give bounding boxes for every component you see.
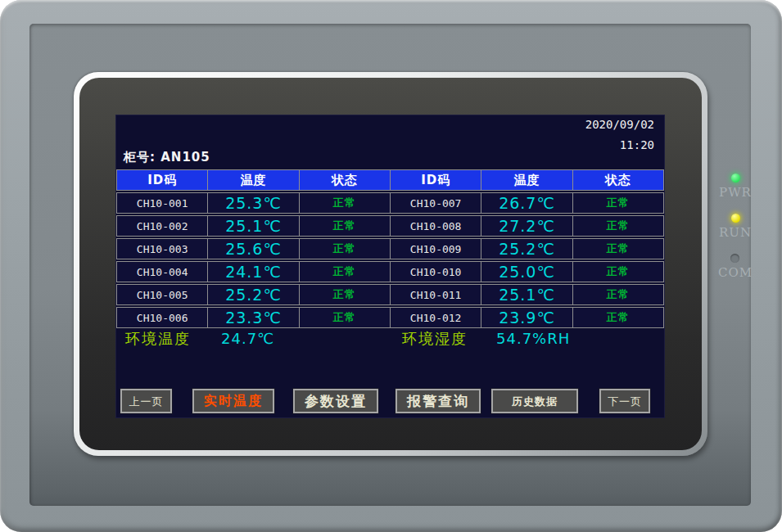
status-value: 正常: [572, 216, 663, 236]
led-indicator-column: PWRRUNCOM: [712, 174, 759, 294]
nav-button-next-page[interactable]: 下一页: [599, 389, 650, 413]
nav-button-param-settings[interactable]: 参数设置: [293, 389, 378, 413]
channel-id: CH10-010: [390, 262, 481, 282]
led-pwr-label: PWR: [719, 185, 752, 200]
nav-button-alarm-query[interactable]: 报警查询: [396, 389, 481, 413]
channel-id: CH10-007: [390, 193, 481, 213]
com-led: [730, 254, 739, 263]
screen-bezel: 2020/09/02 11:20 柜号: AN105 ID码温度状态ID码温度状…: [74, 72, 707, 456]
table-row: CH10-00623.3℃正常CH10-01223.9℃正常: [116, 307, 664, 328]
channel-id: CH10-005: [117, 285, 207, 304]
channel-id: CH10-008: [390, 216, 481, 236]
ambient-readings: 环境温度 24.7℃ 环境湿度 54.7%RH: [116, 327, 664, 351]
run-led: [731, 214, 740, 223]
table-header-row: ID码温度状态ID码温度状态: [116, 169, 664, 191]
table-row: CH10-00225.1℃正常CH10-00827.2℃正常: [116, 215, 664, 237]
channel-id: CH10-011: [390, 285, 481, 304]
time-display: 11:20: [585, 138, 654, 151]
date-display: 2020/09/02: [585, 118, 654, 131]
status-value: 正常: [572, 193, 663, 213]
cabinet-label: 柜号: AN105: [124, 150, 210, 165]
temperature-table: ID码温度状态ID码温度状态CH10-00125.3℃正常CH10-00726.…: [116, 169, 664, 330]
temperature-value: 24.1℃: [207, 262, 298, 282]
status-value: 正常: [572, 262, 663, 282]
status-value: 正常: [572, 239, 663, 259]
temperature-value: 25.3℃: [207, 193, 298, 213]
channel-id: CH10-004: [117, 262, 207, 282]
lcd-display: 2020/09/02 11:20 柜号: AN105 ID码温度状态ID码温度状…: [116, 115, 664, 417]
status-value: 正常: [299, 216, 390, 236]
led-com-group: COM: [718, 254, 753, 280]
status-value: 正常: [299, 308, 390, 327]
status-value: 正常: [299, 285, 390, 304]
channel-id: CH10-002: [117, 216, 207, 236]
status-value: 正常: [299, 239, 390, 259]
table-row: CH10-00424.1℃正常CH10-01025.0℃正常: [116, 261, 664, 282]
column-header: 状态: [572, 170, 663, 190]
status-value: 正常: [299, 193, 390, 213]
channel-id: CH10-003: [117, 239, 207, 259]
ambient-humidity-value: 54.7%RH: [496, 327, 570, 351]
temperature-value: 23.3℃: [207, 308, 298, 327]
column-header: 温度: [481, 170, 572, 190]
channel-id: CH10-009: [390, 239, 481, 259]
ambient-temp-value: 24.7℃: [221, 327, 274, 351]
clock: 2020/09/02 11:20: [585, 118, 654, 151]
nav-button-row: 上一页实时温度参数设置报警查询历史数据下一页: [116, 389, 664, 414]
column-header: ID码: [390, 170, 481, 190]
temperature-value: 25.1℃: [481, 285, 572, 304]
temperature-value: 25.2℃: [207, 285, 298, 304]
hmi-panel-device: 2020/09/02 11:20 柜号: AN105 ID码温度状态ID码温度状…: [0, 0, 782, 532]
temperature-value: 25.0℃: [481, 262, 572, 282]
pwr-led: [731, 174, 740, 183]
status-value: 正常: [299, 262, 390, 282]
ambient-temp-label: 环境温度: [125, 327, 191, 351]
temperature-value: 27.2℃: [481, 216, 572, 236]
device-front-panel: 2020/09/02 11:20 柜号: AN105 ID码温度状态ID码温度状…: [29, 24, 751, 506]
status-value: 正常: [572, 308, 663, 327]
ambient-humidity-label: 环境湿度: [402, 327, 468, 351]
led-run-group: RUN: [719, 214, 752, 240]
column-header: 温度: [207, 170, 298, 190]
nav-button-prev-page[interactable]: 上一页: [120, 389, 172, 413]
led-com-label: COM: [718, 265, 753, 280]
temperature-value: 25.1℃: [207, 216, 298, 236]
screen-glass-surround: 2020/09/02 11:20 柜号: AN105 ID码温度状态ID码温度状…: [79, 78, 702, 450]
channel-id: CH10-001: [117, 193, 207, 213]
table-row: CH10-00525.2℃正常CH10-01125.1℃正常: [116, 284, 664, 305]
channel-id: CH10-012: [390, 308, 481, 327]
column-header: 状态: [299, 170, 390, 190]
nav-button-history-data[interactable]: 历史数据: [491, 389, 578, 413]
temperature-value: 23.9℃: [481, 308, 572, 327]
channel-id: CH10-006: [117, 308, 207, 327]
led-run-label: RUN: [719, 225, 752, 240]
temperature-value: 26.7℃: [481, 193, 572, 213]
temperature-value: 25.2℃: [481, 239, 572, 259]
temperature-value: 25.6℃: [207, 239, 298, 259]
table-row: CH10-00125.3℃正常CH10-00726.7℃正常: [116, 192, 664, 214]
led-pwr-group: PWR: [719, 174, 752, 200]
column-header: ID码: [117, 170, 207, 190]
status-value: 正常: [572, 285, 663, 304]
table-row: CH10-00325.6℃正常CH10-00925.2℃正常: [116, 238, 664, 259]
nav-button-realtime-temp[interactable]: 实时温度: [192, 389, 274, 413]
